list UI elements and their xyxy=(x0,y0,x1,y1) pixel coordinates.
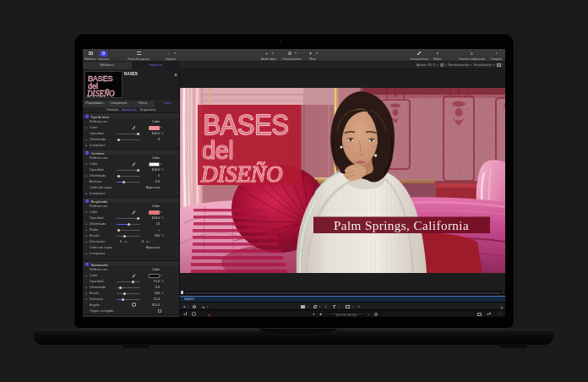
svg-text:DISEÑO: DISEÑO xyxy=(200,161,283,187)
svg-text:DISEÑO: DISEÑO xyxy=(86,89,115,98)
svg-text:Palm Springs, California: Palm Springs, California xyxy=(334,218,469,232)
svg-text:BASES: BASES xyxy=(203,109,288,140)
